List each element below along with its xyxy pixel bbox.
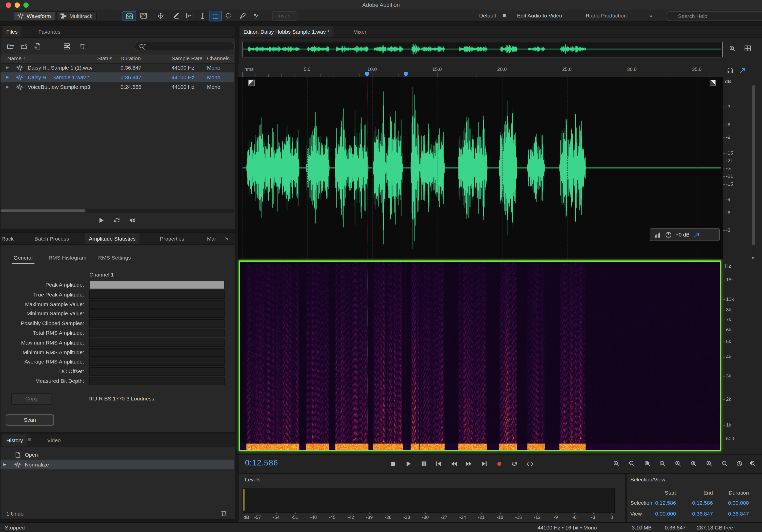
tab-amplitude-statistics[interactable]: Amplitude Statistics — [85, 233, 139, 244]
paintbrush-selection-tool[interactable] — [236, 11, 248, 20]
disclosure-icon[interactable]: ▶ — [6, 72, 9, 82]
tab-history[interactable]: History — [3, 434, 27, 446]
scrollbar-thumb[interactable] — [1, 210, 86, 213]
selection-view-menu-icon[interactable]: ≡ — [670, 477, 673, 484]
stat-value-field[interactable] — [89, 329, 225, 337]
marquee-selection-tool[interactable] — [209, 11, 221, 21]
disclosure-icon[interactable]: ▶ — [6, 63, 9, 72]
workspace-menu-icon[interactable]: ≡ — [502, 10, 506, 21]
waveform-mode-button[interactable]: Waveform — [14, 11, 55, 21]
column-status[interactable]: Status — [97, 54, 113, 63]
search-help-input[interactable] — [666, 11, 762, 21]
tab-mixer[interactable]: Mixer — [349, 26, 370, 37]
loop-icon[interactable] — [112, 215, 122, 225]
headphones-icon[interactable] — [726, 67, 734, 74]
tab-properties[interactable]: Properties — [156, 233, 188, 244]
files-panel-menu-icon[interactable]: ≡ — [23, 26, 26, 37]
slip-tool[interactable] — [183, 11, 195, 20]
invert-button[interactable]: Invert — [272, 11, 296, 21]
workspace-overflow-icon[interactable]: » — [649, 10, 652, 21]
new-file-icon[interactable] — [33, 42, 42, 51]
overview-canvas[interactable] — [243, 42, 721, 56]
files-search-field[interactable]: ▾ — [135, 42, 235, 51]
shuttle-button[interactable] — [524, 459, 535, 468]
zoom-full-button[interactable] — [747, 459, 758, 468]
zoom-in-point-button[interactable] — [719, 459, 730, 468]
right-boundary-handle[interactable] — [710, 80, 716, 86]
stats-panel-menu-icon[interactable]: ≡ — [144, 233, 148, 244]
spot-healing-brush-tool[interactable] — [250, 11, 262, 20]
minimize-window-button[interactable] — [15, 2, 20, 8]
fast-forward-button[interactable] — [463, 459, 474, 468]
file-list-row[interactable]: ▶VoiceBu...ew Sample.mp30:24.55544100 Hz… — [1, 82, 234, 92]
column-duration[interactable]: Duration — [120, 54, 141, 63]
lasso-selection-tool[interactable] — [222, 11, 234, 20]
zoom-sel-left-button[interactable] — [688, 459, 699, 468]
close-window-button[interactable] — [6, 2, 11, 8]
vertical-zoom-scrollbar[interactable] — [752, 80, 755, 255]
level-meter[interactable] — [243, 488, 615, 513]
copy-button[interactable]: Copy — [11, 393, 52, 405]
zoom-window-button[interactable] — [23, 2, 29, 8]
workspace-radio-production[interactable]: Radio Production — [585, 10, 627, 21]
left-boundary-handle[interactable] — [248, 80, 255, 86]
stop-button[interactable] — [387, 459, 399, 468]
timeline-ruler[interactable]: hms 5.010.015.020.025.030.035.0 — [238, 65, 723, 77]
open-folder-icon[interactable] — [5, 42, 15, 51]
files-column-header[interactable]: Name ↑ Status Duration Sample Rate Chann… — [1, 54, 234, 63]
workspace-edit-audio-to-video[interactable]: Edit Audio to Video — [517, 10, 562, 21]
stat-value-field[interactable] — [89, 291, 225, 299]
rewind-button[interactable] — [448, 459, 460, 468]
stat-value-field[interactable] — [89, 310, 225, 318]
knob-icon[interactable] — [665, 231, 672, 238]
move-tool[interactable] — [154, 11, 166, 20]
frequency-scale[interactable]: Hz 15k10k8k7k6k5k4k3k2k1k500 — [723, 260, 751, 451]
levels-menu-icon[interactable]: ≡ — [265, 477, 268, 484]
zoom-in-time-button[interactable] — [610, 459, 622, 468]
time-display[interactable]: 0:12.586 — [245, 458, 278, 467]
tab-effects-rack[interactable]: Rack — [0, 233, 18, 244]
column-name[interactable]: Name — [7, 54, 22, 63]
loop-button[interactable] — [508, 459, 520, 468]
scrollbar-thumb[interactable] — [752, 85, 755, 245]
channel-grid-icon[interactable] — [744, 45, 751, 52]
play-button[interactable] — [402, 459, 414, 468]
selection-end[interactable]: 0:12.586 — [676, 500, 713, 506]
selection-duration[interactable]: 0:00.000 — [712, 500, 749, 506]
delete-icon[interactable] — [77, 42, 87, 51]
import-files-icon[interactable] — [19, 42, 29, 51]
multitrack-mode-button[interactable]: Multitrack — [56, 11, 97, 21]
disclosure-icon[interactable]: ▶ — [6, 82, 9, 92]
play-icon[interactable] — [96, 215, 106, 225]
subtab-rms-histogram[interactable]: RMS Histogram — [46, 252, 88, 263]
tab-batch-process[interactable]: Batch Process — [31, 233, 73, 244]
scan-button[interactable]: Scan — [6, 414, 54, 426]
stat-value-field[interactable] — [89, 300, 225, 308]
go-to-end-button[interactable] — [478, 459, 490, 468]
pause-button[interactable] — [418, 459, 429, 468]
zoom-reset-button[interactable] — [733, 459, 745, 468]
stat-value-field[interactable] — [89, 348, 225, 357]
view-duration[interactable]: 0:36.847 — [712, 510, 749, 516]
waveform-view-icon[interactable] — [122, 11, 136, 21]
zoom-in-amplitude-button[interactable] — [656, 459, 668, 468]
spectral-display-highlighted[interactable] — [239, 260, 721, 451]
record-button[interactable] — [493, 459, 505, 468]
stat-value-field[interactable] — [89, 358, 225, 366]
stat-value-field[interactable] — [89, 377, 225, 385]
zoom-sel-right-button[interactable] — [703, 459, 715, 468]
subtab-general[interactable]: General — [12, 252, 35, 264]
tab-overflow-icon[interactable]: » — [225, 233, 229, 244]
tab-markers[interactable]: Mar — [203, 233, 220, 244]
column-sample-rate[interactable]: Sample Rate — [172, 54, 202, 63]
zoom-to-selection-button[interactable] — [642, 459, 653, 468]
subtab-rms-settings[interactable]: RMS Settings — [96, 252, 133, 263]
stat-value-field[interactable] — [89, 339, 225, 347]
pin-playhead-icon[interactable] — [739, 67, 746, 74]
tab-files[interactable]: Files — [3, 26, 22, 37]
waveform-display[interactable]: +0 dB — [238, 77, 723, 259]
history-item[interactable]: ▶Normalize — [1, 460, 234, 469]
spectral-view-icon[interactable] — [137, 11, 150, 20]
tab-editor[interactable]: Editor: Daisy Hobbs Sample 1.wav * — [240, 26, 333, 37]
stat-value-field[interactable] — [89, 319, 225, 328]
